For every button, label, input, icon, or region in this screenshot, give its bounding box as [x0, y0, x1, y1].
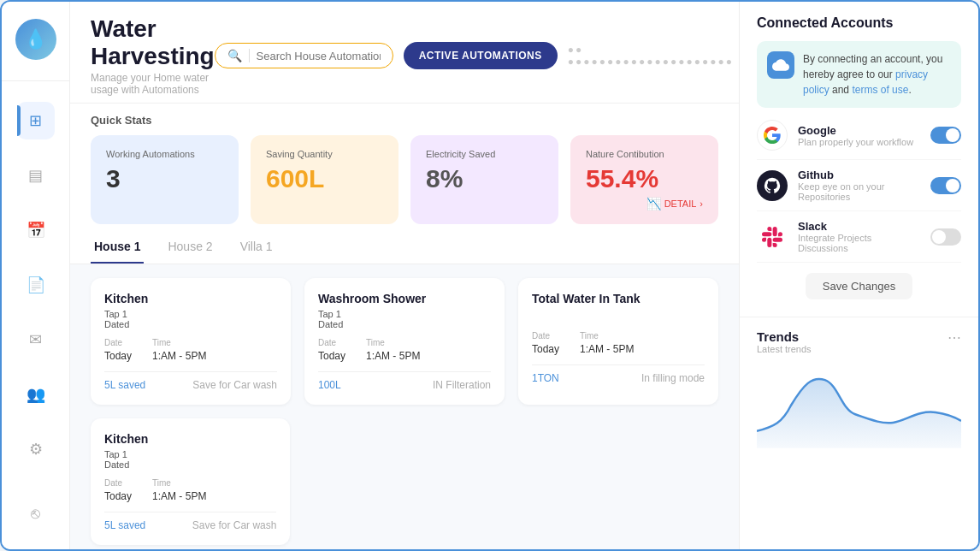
stats-row: Working Automations 3 Saving Quantity 60… [91, 135, 718, 224]
sidebar-item-documents[interactable]: 📄 [17, 266, 55, 304]
card-tag-r2-0: 5L saved [104, 519, 145, 531]
stat-card-value-0: 3 [106, 164, 223, 193]
sidebar-bottom: ⎋ [17, 495, 55, 532]
card-title-2: Total Water In Tank [532, 292, 705, 305]
tab-villa1[interactable]: Villa 1 [237, 231, 276, 264]
sidebar-item-settings[interactable]: ⚙ [17, 430, 55, 468]
main-content: Water Harvesting Manage your Home water … [70, 2, 739, 549]
stat-card-label-0: Working Automations [106, 149, 223, 159]
github-icon [757, 170, 788, 201]
tab-house1[interactable]: House 1 [91, 231, 144, 264]
trends-title: Trends [757, 329, 812, 344]
card-row-2: Date Today Time 1:AM - 5PM [532, 331, 705, 356]
sidebar-item-list[interactable]: ▤ [17, 157, 55, 194]
card-footer-2: 1TON In filling mode [532, 364, 705, 384]
card-field-time-1: Time 1:AM - 5PM [366, 338, 420, 363]
card-status-r2-0: Dated [104, 459, 276, 470]
account-item-github: Github Keep eye on on your Repositories [757, 160, 961, 211]
header-right: 🔍 ACTIVE AUTOMATIONS ●● ●●●●●●●●●●●●●●●●… [215, 42, 739, 69]
cards-row-1: Kitchen Tap 1 Dated Date Today Time [91, 278, 718, 405]
card-field-date-0: Date Today [104, 338, 132, 363]
stat-card-nature-contribution: Nature Contibution 55.4% 📉 DETAIL › [570, 135, 718, 224]
account-info-slack: Slack Integrate Projects Discussions [798, 220, 920, 253]
card-footer-r2-0: 5L saved Save for Car wash [104, 512, 276, 531]
sidebar-divider [2, 80, 69, 81]
account-item-google: Google Plan properly your workflow [757, 111, 961, 160]
terms-link[interactable]: terms of use [852, 84, 908, 96]
stat-card-label-3: Nature Contibution [586, 149, 703, 159]
stat-card-electricity-saved: Electricity Saved 8% [410, 135, 558, 224]
cards-row-2: Kitchen Tap 1 Dated Date Today Time [91, 418, 718, 545]
card-row-1: Date Today Time 1:AM - 5PM [318, 338, 491, 363]
card-tag-0: 5L saved [104, 379, 145, 391]
stat-card-value-1: 600L [266, 164, 383, 193]
card-field-date-r2-0: Date Today [104, 478, 132, 503]
card-action-r2-0[interactable]: Save for Car wash [192, 519, 277, 531]
save-changes-button[interactable]: Save Changes [806, 273, 912, 299]
connected-accounts-section: Connected Accounts By connecting an acco… [740, 2, 978, 317]
cloud-icon [772, 56, 789, 74]
trends-header: Trends Latest trends ⋯ [757, 329, 961, 354]
info-box-icon [767, 51, 794, 79]
card-tag-2: 1TON [532, 372, 559, 384]
sidebar-item-dashboard[interactable]: ⊞ [17, 102, 55, 139]
header-dots: ●● ●●●●●●●●●●●●●●●●●●●●● [568, 44, 739, 68]
trends-subtitle: Latest trends [757, 344, 812, 354]
google-icon [757, 120, 788, 151]
quick-stats: Quick Stats Working Automations 3 Saving… [70, 104, 739, 231]
automation-card-kitchen-1: Kitchen Tap 1 Dated Date Today Time [91, 278, 291, 405]
trends-menu-dots[interactable]: ⋯ [948, 329, 961, 346]
sidebar-active-indicator [17, 105, 21, 136]
quick-stats-label: Quick Stats [91, 114, 718, 127]
sidebar-item-messages[interactable]: ✉ [17, 321, 55, 358]
info-box: By connecting an account, you hereby agr… [757, 41, 961, 108]
card-action-1[interactable]: IN Filteration [433, 379, 491, 391]
sidebar-item-calendar[interactable]: 📅 [17, 211, 55, 249]
google-logo [763, 126, 782, 145]
account-desc-slack: Integrate Projects Discussions [798, 233, 920, 253]
card-field-time-0: Time 1:AM - 5PM [152, 338, 206, 363]
account-info-google: Google Plan properly your workflow [798, 124, 920, 147]
sidebar-item-team[interactable]: 👥 [17, 376, 55, 413]
search-input[interactable] [257, 50, 381, 62]
detail-link[interactable]: DETAIL [664, 198, 697, 209]
card-field-time-r2-0: Time 1:AM - 5PM [152, 478, 206, 503]
slack-logo [762, 227, 782, 247]
header: Water Harvesting Manage your Home water … [70, 2, 739, 104]
toggle-github[interactable] [930, 177, 961, 194]
card-tap-0: Tap 1 [104, 309, 277, 319]
header-left: Water Harvesting Manage your Home water … [91, 15, 215, 96]
card-tap-1: Tap 1 [318, 309, 491, 319]
automation-card-washroom: Washroom Shower Tap 1 Dated Date Today T [304, 278, 505, 405]
account-name-github: Github [798, 169, 920, 181]
card-field-date-2: Date Today [532, 331, 559, 356]
account-item-slack: Slack Integrate Projects Discussions [757, 211, 961, 263]
active-automations-button[interactable]: ACTIVE AUTOMATIONS [404, 42, 558, 69]
tab-house2[interactable]: House 2 [164, 231, 215, 264]
app-logo: 💧 [15, 19, 56, 60]
account-name-google: Google [798, 124, 920, 137]
info-box-text: By connecting an account, you hereby agr… [803, 51, 951, 98]
automation-card-kitchen-2: Kitchen Tap 1 Dated Date Today Time [91, 418, 290, 545]
toggle-slack[interactable] [930, 228, 961, 246]
card-footer-0: 5L saved Save for Car wash [104, 371, 277, 391]
card-action-2[interactable]: In filling mode [641, 372, 705, 384]
card-status-1: Dated [318, 319, 491, 329]
search-icon: 🔍 [227, 49, 242, 62]
toggle-google[interactable] [930, 127, 961, 144]
automation-card-tank: Total Water In Tank Date Today Time 1:AM… [518, 278, 718, 405]
card-action-0[interactable]: Save for Car wash [192, 379, 277, 391]
search-bar[interactable]: 🔍 [215, 43, 393, 68]
card-row-0: Date Today Time 1:AM - 5PM [104, 338, 277, 363]
right-panel: Connected Accounts By connecting an acco… [739, 2, 978, 549]
stat-card-working-automations: Working Automations 3 [91, 135, 239, 224]
sidebar-item-wrapper-dashboard: ⊞ [17, 102, 55, 139]
sidebar: 💧 ⊞ ▤ 📅 📄 ✉ 👥 ⚙ ⎋ [2, 2, 70, 549]
account-desc-github: Keep eye on on your Repositories [798, 181, 920, 202]
card-row-r2-0: Date Today Time 1:AM - 5PM [104, 478, 276, 503]
cards-area: Kitchen Tap 1 Dated Date Today Time [70, 264, 739, 549]
page-subtitle: Manage your Home water usage with Automa… [91, 72, 215, 96]
sidebar-item-logout[interactable]: ⎋ [17, 495, 55, 532]
trend-fill [757, 379, 961, 448]
card-status-0: Dated [104, 319, 277, 329]
